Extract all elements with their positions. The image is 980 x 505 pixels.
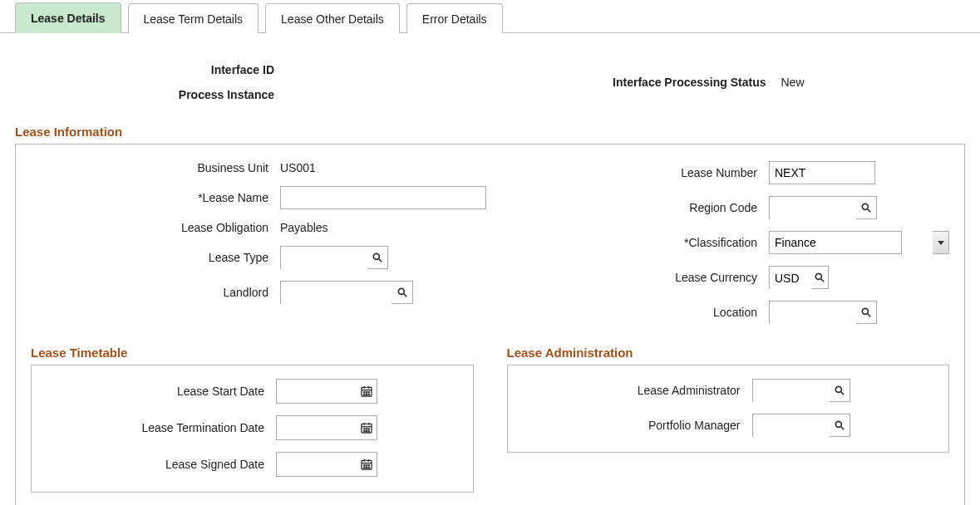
svg-point-27 <box>368 429 369 429</box>
lease-currency-lookup <box>769 266 829 289</box>
lease-info-left: Business Unit US001 *Lease Name Lease Ob… <box>31 161 486 324</box>
start-date-input[interactable] <box>277 380 356 403</box>
start-date-picker-button[interactable] <box>356 380 377 403</box>
lease-obligation-label: Lease Obligation <box>31 221 280 234</box>
signed-date-picker-button[interactable] <box>356 453 377 476</box>
lease-currency-input[interactable] <box>770 267 811 290</box>
calendar-icon <box>360 421 373 434</box>
chevron-down-icon <box>933 231 949 254</box>
row-lease-currency: Lease Currency <box>520 266 949 289</box>
landlord-lookup <box>280 281 413 304</box>
classification-label: *Classification <box>520 236 769 249</box>
start-date-label: Lease Start Date <box>43 385 276 398</box>
administration-column: Lease Administration Lease Administrator <box>507 346 950 493</box>
signed-date-field <box>276 452 377 477</box>
svg-point-17 <box>368 392 369 393</box>
classification-select[interactable]: Finance <box>769 231 902 254</box>
row-business-unit: Business Unit US001 <box>31 161 486 174</box>
search-icon <box>814 272 825 283</box>
lease-type-lookup <box>280 246 388 269</box>
signed-date-label: Lease Signed Date <box>43 458 276 471</box>
row-administrator: Lease Administrator <box>520 379 938 402</box>
svg-line-5 <box>868 209 871 213</box>
lease-info-right: Lease Number Region Code *Classification <box>520 161 949 324</box>
svg-marker-6 <box>938 241 944 245</box>
search-icon <box>860 306 872 318</box>
tab-lease-other-details[interactable]: Lease Other Details <box>265 3 400 33</box>
calendar-icon <box>360 458 373 471</box>
lease-currency-label: Lease Currency <box>520 271 769 284</box>
svg-point-36 <box>366 465 367 466</box>
svg-point-7 <box>815 273 821 279</box>
administrator-input[interactable] <box>753 380 830 403</box>
row-region-code: Region Code <box>520 196 949 219</box>
landlord-label: Landlord <box>31 286 280 299</box>
termination-date-input[interactable] <box>277 416 356 439</box>
search-icon <box>834 385 845 396</box>
row-landlord: Landlord <box>31 281 486 304</box>
lease-name-input[interactable] <box>280 186 486 209</box>
svg-point-43 <box>835 421 841 427</box>
row-classification: *Classification Finance <box>520 231 949 254</box>
landlord-input[interactable] <box>281 282 392 305</box>
search-icon <box>860 202 872 213</box>
svg-point-37 <box>368 465 369 466</box>
svg-point-19 <box>366 394 367 395</box>
row-lease-obligation: Lease Obligation Payables <box>31 221 486 234</box>
svg-point-16 <box>366 392 367 393</box>
svg-point-9 <box>862 308 868 314</box>
lease-name-label: *Lease Name <box>31 191 280 204</box>
svg-line-10 <box>868 314 871 317</box>
tab-lease-details[interactable]: Lease Details <box>15 2 121 33</box>
lease-number-label: Lease Number <box>520 166 769 179</box>
administration-title: Lease Administration <box>507 346 950 360</box>
lease-type-input[interactable] <box>281 247 367 270</box>
meta-left: Interface ID Process Instance <box>15 63 474 101</box>
region-code-input[interactable] <box>770 197 856 220</box>
portfolio-manager-input[interactable] <box>753 414 830 438</box>
lease-type-search-button[interactable] <box>367 247 387 268</box>
business-unit-label: Business Unit <box>31 161 280 174</box>
search-icon <box>372 252 383 263</box>
search-icon <box>396 287 408 298</box>
svg-line-44 <box>841 427 845 430</box>
tab-strip: Lease Details Lease Term Details Lease O… <box>0 0 980 33</box>
location-search-button[interactable] <box>856 302 876 323</box>
svg-line-42 <box>841 392 845 395</box>
location-label: Location <box>520 306 769 319</box>
lease-number-input[interactable] <box>769 161 875 184</box>
administration-box: Lease Administrator Portfolio Manager <box>507 365 950 453</box>
region-code-search-button[interactable] <box>856 197 876 218</box>
svg-point-35 <box>363 465 364 466</box>
landlord-search-button[interactable] <box>392 282 412 303</box>
search-icon <box>834 419 845 431</box>
lease-info-grid: Business Unit US001 *Lease Name Lease Ob… <box>31 161 949 324</box>
signed-date-input[interactable] <box>277 453 356 476</box>
svg-point-26 <box>366 429 367 429</box>
timetable-title: Lease Timetable <box>31 346 474 360</box>
termination-date-picker-button[interactable] <box>356 416 377 439</box>
timetable-box: Lease Start Date Lease Termination Date <box>31 365 474 493</box>
svg-point-30 <box>368 430 369 431</box>
process-instance-label: Process Instance <box>15 88 289 101</box>
lease-information-panel: Business Unit US001 *Lease Name Lease Ob… <box>15 144 965 505</box>
row-lease-name: *Lease Name <box>31 186 486 209</box>
svg-line-8 <box>821 279 825 282</box>
meta-grid: Interface ID Process Instance Interface … <box>15 48 965 120</box>
business-unit-value: US001 <box>280 161 486 174</box>
interface-id-label: Interface ID <box>15 63 289 76</box>
svg-point-20 <box>368 394 369 395</box>
page-body: Interface ID Process Instance Interface … <box>0 33 980 505</box>
lease-currency-search-button[interactable] <box>811 267 828 288</box>
svg-point-29 <box>366 430 367 431</box>
portfolio-manager-search-button[interactable] <box>830 414 849 436</box>
tab-error-details[interactable]: Error Details <box>406 3 503 33</box>
administrator-search-button[interactable] <box>830 380 849 401</box>
row-start-date: Lease Start Date <box>43 379 461 404</box>
status-label: Interface Processing Status <box>507 76 781 89</box>
timetable-column: Lease Timetable Lease Start Date <box>31 346 474 493</box>
row-location: Location <box>520 301 949 324</box>
location-input[interactable] <box>770 302 856 325</box>
svg-point-28 <box>363 430 364 431</box>
tab-lease-term-details[interactable]: Lease Term Details <box>128 3 259 33</box>
